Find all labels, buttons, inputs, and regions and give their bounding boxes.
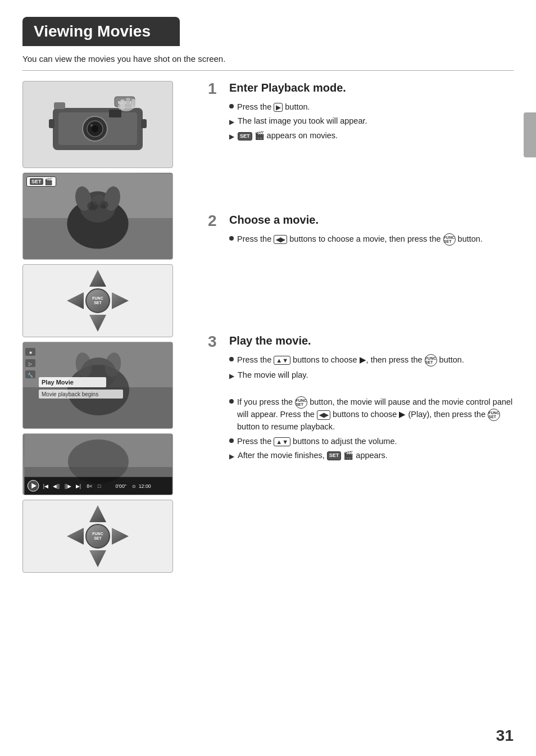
- step-2-title: Choose a movie.: [229, 213, 319, 227]
- nav-down-arrow-2: [89, 550, 106, 567]
- arrow-icon-2: ▶: [229, 132, 234, 142]
- dog-photo-image: SET 🎬: [22, 173, 173, 260]
- ud-buttons-icon: ▲▼: [274, 356, 290, 365]
- step-3-text-2: The movie will play.: [238, 369, 308, 381]
- svg-rect-12: [54, 102, 65, 109]
- svg-point-25: [92, 194, 105, 206]
- bullet-circle-5: [229, 438, 234, 443]
- nav-btn-container-1: FUNCSET DISP.: [23, 265, 172, 337]
- set-icon-inline-2: SET: [327, 451, 342, 460]
- func-set-button-2: FUNCSET: [85, 524, 110, 549]
- nav-left-arrow-2: [67, 528, 84, 545]
- arrow-icon-1: ▶: [229, 117, 234, 127]
- control-bar-box: |◀ ◀|| ||▶ ▶| 8< □ 0'00" ⊙ 12:00: [23, 434, 172, 495]
- nav-diamond-2: FUNCSET DISP.: [67, 505, 129, 567]
- svg-text:⊙: ⊙: [132, 484, 136, 489]
- step-1-text-1: Press the ▶ button.: [237, 101, 310, 112]
- nav-button-image-2: FUNCSET DISP.: [22, 500, 173, 573]
- disp-label-2: DISP.: [92, 572, 104, 573]
- step-1-header: 1 Enter Playback mode.: [208, 81, 514, 97]
- svg-text:Movie playback begins: Movie playback begins: [42, 391, 98, 397]
- step-1-title: Enter Playback mode.: [229, 81, 346, 94]
- svg-text:🔧: 🔧: [28, 372, 33, 378]
- nav-up-arrow-2: [89, 505, 106, 522]
- step-3-bullet-1: Press the ▲▼ buttons to choose ▶, then p…: [229, 354, 514, 366]
- svg-rect-10: [126, 98, 130, 109]
- step-3-extra-text-2: Press the ▲▼ buttons to adjust the volum…: [237, 436, 397, 447]
- step-2-text-1: Press the ◀▶ buttons to choose a movie, …: [237, 233, 483, 246]
- func-set-icon-3: FUNCSET: [295, 396, 307, 409]
- camera-svg: MENU: [42, 91, 154, 159]
- divider: [22, 70, 514, 71]
- svg-text:Play Movie: Play Movie: [42, 379, 74, 386]
- func-set-icon-4: FUNCSET: [488, 409, 500, 421]
- right-tab: [524, 112, 536, 157]
- movie-badge-icon: 🎬: [44, 178, 53, 185]
- spacer-1: [229, 384, 514, 396]
- step-1-body: Press the ▶ button. ▶ The last image you…: [208, 101, 514, 142]
- svg-point-4: [92, 125, 98, 132]
- svg-point-5: [90, 124, 93, 126]
- func-set-label-2: FUNCSET: [92, 532, 103, 540]
- playback-button-icon: ▶: [274, 103, 283, 112]
- svg-text:□: □: [98, 483, 101, 489]
- step-2-num: 2: [208, 213, 224, 229]
- svg-text:◀||: ◀||: [53, 483, 60, 489]
- step-3-extra-text-1: If you press the FUNCSET button, the mov…: [237, 396, 514, 433]
- right-column: 1 Enter Playback mode. Press the ▶ butto…: [191, 81, 514, 573]
- step-1-bullet-3: ▶ SET 🎬 appears on movies.: [229, 130, 514, 142]
- step-3-text-1: Press the ▲▼ buttons to choose ▶, then p…: [237, 354, 464, 366]
- svg-rect-15: [141, 119, 147, 128]
- play-screen: ★ ▷ 🔧 Play Movie Movie playback begins: [23, 342, 172, 428]
- svg-text:★: ★: [29, 350, 33, 355]
- play-movie-image: ★ ▷ 🔧 Play Movie Movie playback begins: [22, 342, 173, 429]
- page-number: 31: [496, 727, 514, 745]
- camera-image: MENU: [22, 81, 173, 168]
- nav-left-arrow-1: [67, 292, 84, 309]
- svg-rect-11: [131, 99, 135, 108]
- arrow-icon-4: ▶: [229, 452, 234, 461]
- play-screen-svg: ★ ▷ 🔧 Play Movie Movie playback begins: [23, 342, 173, 429]
- bullet-circle-2: [229, 236, 234, 241]
- step-1-bullet-2: ▶ The last image you took will appear.: [229, 115, 514, 127]
- step-1-text-2: The last image you took will appear.: [238, 115, 367, 126]
- svg-text:▷: ▷: [29, 361, 33, 366]
- set-label: SET: [30, 178, 43, 185]
- page-title: Viewing Movies: [34, 22, 169, 40]
- arrow-icon-3: ▶: [229, 372, 234, 381]
- svg-text:|◀: |◀: [43, 483, 48, 489]
- step-3-header: 3 Play the movie.: [208, 334, 514, 350]
- svg-rect-13: [109, 110, 121, 117]
- nav-down-arrow-1: [89, 315, 106, 332]
- lr-buttons-icon-2: ◀▶: [317, 410, 330, 419]
- func-set-label-1: FUNCSET: [92, 296, 103, 305]
- ud-buttons-icon-2: ▲▼: [274, 437, 290, 446]
- nav-right-arrow-1: [112, 292, 129, 309]
- func-set-button-1: FUNCSET: [85, 288, 110, 313]
- step-1-bullet-1: Press the ▶ button.: [229, 101, 514, 112]
- nav-diamond-1: FUNCSET DISP.: [67, 270, 129, 332]
- step-1-section: 1 Enter Playback mode. Press the ▶ butto…: [208, 81, 514, 144]
- svg-text:||▶: ||▶: [65, 483, 71, 489]
- bullet-circle: [229, 104, 234, 108]
- step-3-title: Play the movie.: [229, 334, 311, 347]
- svg-text:▶|: ▶|: [76, 483, 81, 489]
- title-bar: Viewing Movies: [22, 17, 180, 46]
- svg-rect-14: [49, 119, 54, 128]
- step-3-section: 3 Play the movie. Press the ▲▼ buttons t…: [208, 334, 514, 464]
- control-screen-svg: |◀ ◀|| ||▶ ▶| 8< □ 0'00" ⊙ 12:00: [23, 434, 173, 495]
- step-3-extra-text-3: After the movie finishes, SET 🎬 appears.: [238, 450, 388, 461]
- set-icon-inline: SET: [238, 132, 252, 141]
- set-badge: SET 🎬: [26, 176, 56, 187]
- bullet-circle-3: [229, 357, 234, 361]
- svg-text:0'00": 0'00": [115, 483, 126, 489]
- step-1-num: 1: [208, 81, 224, 97]
- nav-up-arrow-1: [89, 270, 106, 287]
- disp-label-1: DISP.: [92, 336, 104, 337]
- subtitle: You can view the movies you have shot on…: [22, 54, 514, 64]
- step-3-extra-2: Press the ▲▼ buttons to adjust the volum…: [229, 436, 514, 447]
- svg-text:12:00: 12:00: [139, 483, 151, 489]
- step-3-extra-1: If you press the FUNCSET button, the mov…: [229, 396, 514, 433]
- func-set-icon-2: FUNCSET: [425, 354, 437, 366]
- svg-text:8<: 8<: [87, 483, 92, 489]
